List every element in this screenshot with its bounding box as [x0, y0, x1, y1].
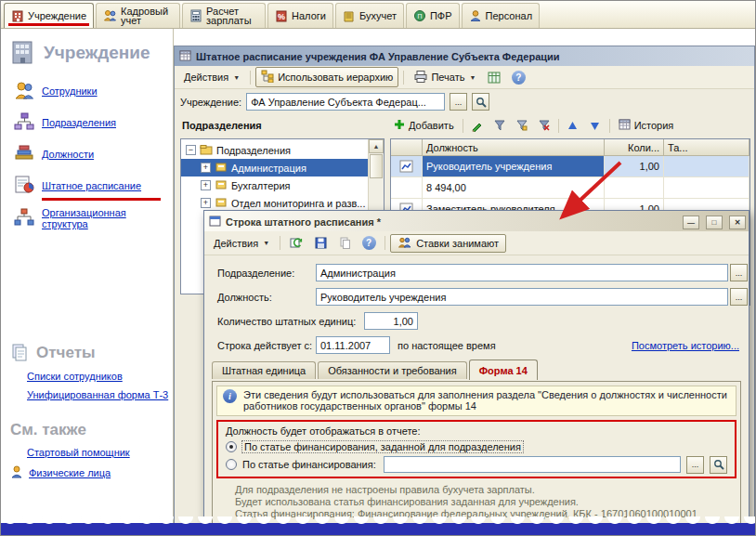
qty-input[interactable]: 1,00 — [364, 312, 418, 330]
tab-pfr[interactable]: П ПФР — [406, 3, 460, 28]
qty-label: Количество штатных единиц: — [217, 316, 356, 327]
radio-option-by-department[interactable]: По статье финансирования, заданной для п… — [226, 439, 727, 454]
minimize-button[interactable]: — — [683, 216, 699, 229]
position-input[interactable]: Руководитель учреждения — [316, 288, 728, 306]
sidebar-item-positions[interactable]: Должности — [1, 138, 173, 170]
save-button[interactable] — [309, 233, 332, 254]
sidebar-link-employee-lists[interactable]: Списки сотрудников — [1, 367, 173, 386]
department-choose-button[interactable]: ... — [730, 264, 748, 281]
tab-payroll[interactable]: Расчет зарплаты — [182, 3, 266, 28]
export-table-icon — [488, 72, 501, 84]
copy-icon — [339, 237, 351, 249]
sidebar-link-start-assistant[interactable]: Стартовый помощник — [1, 443, 173, 462]
column-header-rate[interactable]: Та... — [664, 139, 749, 156]
actions-button[interactable]: Действия▼ — [178, 69, 245, 85]
maximize-button[interactable]: □ — [706, 216, 723, 229]
staffing-icon — [14, 176, 34, 196]
use-hierarchy-button[interactable]: Использовать иерархию — [255, 67, 398, 87]
dialog-actions-button[interactable]: Действия▼ — [208, 235, 275, 252]
table-row[interactable]: Руководитель учреждения 1,00 — [391, 156, 749, 177]
tab-institution[interactable]: Учреждение — [4, 3, 94, 28]
clear-filter-button[interactable] — [533, 115, 555, 136]
dialog-help-button[interactable]: ? — [358, 233, 380, 254]
tree-panel-label: Подразделения — [178, 120, 388, 131]
edit-button[interactable] — [466, 115, 489, 136]
sidebar-item-departments[interactable]: Подразделения — [1, 107, 173, 138]
tab-taxes[interactable]: % Налоги — [267, 3, 333, 28]
copy-button[interactable] — [333, 233, 356, 254]
help-icon: ? — [362, 236, 376, 250]
tab-form-14[interactable]: Форма 14 — [469, 360, 538, 380]
sidebar-link-unified-form[interactable]: Унифицированная форма Т-3 — [1, 386, 173, 404]
expand-icon[interactable]: + — [201, 198, 211, 208]
tab-duties[interactable]: Обязанности и требования — [318, 361, 467, 379]
reread-button[interactable] — [285, 233, 307, 254]
print-button[interactable]: Печать▼ — [409, 68, 481, 87]
close-button[interactable]: ✕ — [729, 216, 746, 229]
scroll-thumb[interactable] — [370, 154, 383, 178]
toolbar-separator — [558, 119, 559, 133]
staffing-row-dialog: Строка штатного расписания * — □ ✕ Дейст… — [203, 210, 749, 536]
dialog-title: Строка штатного расписания * — [226, 216, 676, 228]
column-header-position[interactable]: Должность — [423, 139, 605, 156]
sidebar-link-label: Сотрудники — [42, 85, 98, 97]
filter-button[interactable] — [489, 115, 511, 136]
tab-staff-unit[interactable]: Штатная единица — [212, 361, 316, 379]
choose-button[interactable]: ... — [450, 93, 467, 111]
scroll-up-button[interactable]: ▲ — [369, 139, 384, 153]
sidebar-header: Учреждение — [1, 29, 173, 75]
department-input[interactable]: Администрация — [316, 264, 728, 281]
add-button[interactable]: Добавить — [388, 116, 460, 135]
app-screen: Учреждение Кадровый учет Расчет зарплаты… — [0, 0, 756, 536]
position-label: Должность: — [217, 292, 272, 303]
sidebar-item-employees[interactable]: Сотрудники — [1, 75, 173, 107]
tree-node-root[interactable]: − Подразделения — [181, 141, 369, 159]
employees-icon — [14, 81, 34, 101]
tree-node-administration[interactable]: + Администрация — [181, 159, 369, 176]
institution-label: Учреждение: — [180, 97, 241, 108]
expand-icon[interactable]: + — [201, 163, 211, 173]
view-history-link[interactable]: Посмотреть историю... — [632, 340, 739, 351]
magnifier-icon — [713, 459, 724, 470]
open-button[interactable] — [472, 93, 489, 111]
column-header-icon[interactable] — [391, 139, 423, 156]
org-structure-icon — [14, 208, 34, 229]
radio-selected-icon[interactable] — [226, 441, 237, 452]
sidebar-item-org-structure[interactable]: Организационная структура — [1, 202, 173, 235]
sidebar-item-staffing[interactable]: Штатное расписание — [1, 170, 173, 202]
sidebar-link-individuals[interactable]: Физические лица — [1, 462, 173, 484]
tab-hr[interactable]: Кадровый учет — [96, 3, 180, 28]
financing-choose-button[interactable]: ... — [686, 456, 704, 474]
date-label: Строка действует с: — [217, 340, 312, 351]
move-down-button[interactable] — [584, 115, 606, 136]
tab-personnel[interactable]: Персонал — [462, 3, 541, 28]
institution-input[interactable]: ФА Управление Субъекта Федерац... — [246, 93, 445, 111]
filter-settings-button[interactable] — [511, 115, 533, 136]
hr-tab-icon — [103, 9, 117, 22]
rates-occupied-button[interactable]: Ставки занимают — [390, 234, 506, 253]
financing-item-input[interactable] — [384, 456, 681, 473]
tab-label: Учреждение — [28, 11, 86, 20]
tab-accounting[interactable]: Бухучет — [335, 3, 404, 28]
dialog-titlebar[interactable]: Строка штатного расписания * — □ ✕ — [204, 211, 749, 231]
sidebar-link-label: Организационная структура — [42, 207, 159, 229]
maximize-icon: □ — [712, 218, 717, 227]
radio-option-by-item[interactable]: По статье финансирования: ... — [226, 457, 727, 472]
radio-icon[interactable] — [226, 459, 237, 470]
collapse-icon[interactable]: − — [186, 145, 196, 155]
tree-node-accounting[interactable]: + Бухгалтерия — [181, 176, 369, 194]
table-row[interactable]: 8 494,00 — [391, 177, 749, 199]
expand-icon[interactable]: + — [201, 180, 211, 190]
move-up-button[interactable] — [562, 115, 584, 136]
export-table-button[interactable] — [483, 67, 505, 87]
financing-open-button[interactable] — [710, 456, 727, 474]
position-choose-button[interactable]: ... — [730, 288, 748, 306]
pfr-tab-icon: П — [413, 9, 426, 23]
toolbar-separator — [403, 71, 404, 85]
help-button[interactable]: ? — [507, 67, 529, 87]
column-header-qty[interactable]: Коли... — [605, 139, 664, 156]
reports-icon — [10, 343, 29, 363]
svg-text:%: % — [278, 12, 285, 21]
date-input[interactable]: 01.11.2007 — [316, 336, 390, 354]
history-button[interactable]: История — [613, 116, 680, 135]
